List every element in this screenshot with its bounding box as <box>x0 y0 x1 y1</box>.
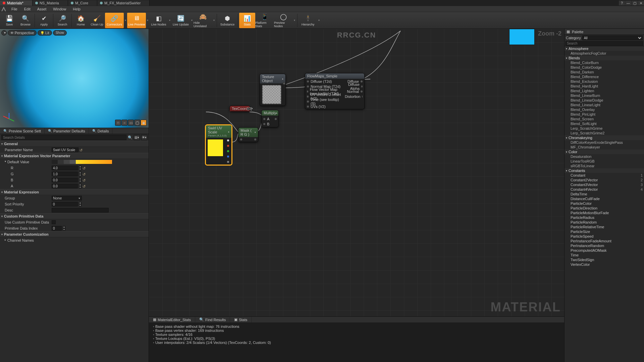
section-parameter-customization[interactable]: ▾Parameter Customization <box>0 231 149 237</box>
output-pin[interactable] <box>361 85 363 88</box>
reset-icon[interactable]: ↺ <box>83 166 86 170</box>
palette-item[interactable]: ParticleSpeed <box>565 234 644 239</box>
palette-item[interactable]: Blend_ColorDodge <box>565 65 644 70</box>
reset-icon[interactable]: ↺ <box>83 172 86 176</box>
channel-a-input[interactable] <box>52 184 78 188</box>
toolbar-stats[interactable]: 📊Stats <box>239 13 255 28</box>
palette-item[interactable]: ParticleSize <box>565 229 644 234</box>
preview-shape-button[interactable]: ▭ <box>128 120 134 126</box>
section-custom-primitive-data[interactable]: ▾Custom Primitive Data <box>0 213 149 219</box>
toolbar-live-update[interactable]: 🔄Live Update <box>171 13 190 28</box>
node-texcoord[interactable]: TexCoord[0]▾ <box>229 106 250 112</box>
viewport-perspective-button[interactable]: 👁 Perspective <box>8 30 37 36</box>
palette-item[interactable]: Constant2Vector2 <box>565 178 644 182</box>
output-pin-b[interactable] <box>227 155 229 158</box>
output-pin[interactable] <box>360 80 363 83</box>
filter-dropdown[interactable]: ▤▾ <box>134 135 140 140</box>
node-swirl-uv-scale[interactable]: Swirl UV ScaleParam (4,1,0,0)▴ <box>205 125 232 165</box>
palette-item[interactable]: PerInstanceRandom <box>565 243 644 248</box>
toolbar-live-nodes[interactable]: ◧Live Nodes <box>149 13 168 28</box>
palette-item[interactable]: DistanceCullFade <box>565 196 644 201</box>
minimize-button[interactable]: — <box>625 1 631 5</box>
toolbar-clean-up[interactable]: 🧹Clean Up <box>89 13 105 28</box>
menu-edit[interactable]: Edit <box>21 6 34 12</box>
palette-item[interactable]: Lerp_ScratchGrime2 <box>565 131 644 135</box>
document-tab[interactable]: M_FX_MaterialSwirler <box>97 0 150 6</box>
primitive-data-index-input[interactable] <box>52 226 62 231</box>
palette-item[interactable]: Blend_Overlay <box>565 107 644 112</box>
palette-item[interactable]: Blend_Lighten <box>565 88 644 93</box>
output-pin[interactable] <box>362 95 363 98</box>
details-tab[interactable]: 🔍Preview Scene Sett <box>0 128 45 134</box>
toolbar-hide-unrelated[interactable]: 🙈Hide Unrelated <box>194 13 212 28</box>
palette-item[interactable]: sRGBToLinear <box>565 164 644 168</box>
palette-item[interactable]: Time <box>565 253 644 257</box>
toolbar-live-nodes-dropdown[interactable]: ▾ <box>168 13 171 28</box>
menu-file[interactable]: File <box>8 6 21 12</box>
palette-item[interactable]: Desaturation <box>565 154 644 159</box>
close-button[interactable]: ✕ <box>638 1 644 5</box>
palette-item[interactable]: Lerp_ScratchGrime <box>565 126 644 131</box>
use-custom-primitive-checkbox[interactable] <box>52 220 56 224</box>
palette-item[interactable]: Blend_Exclusion <box>565 79 644 84</box>
output-pin-a[interactable] <box>227 161 229 163</box>
toolbar-search[interactable]: 🔎Search <box>54 13 70 28</box>
palette-category-select[interactable]: All <box>582 36 643 40</box>
preview-shape-button[interactable]: ○ <box>121 120 127 126</box>
palette-item[interactable]: AtmosphericFogColor <box>565 51 644 56</box>
output-pin[interactable] <box>360 90 363 93</box>
menu-help[interactable]: Help <box>69 6 84 12</box>
palette-item[interactable]: Blend_HardLight <box>565 84 644 88</box>
document-tab[interactable]: Materials* <box>0 0 33 6</box>
palette-item[interactable]: Blend_LinearLight <box>565 103 644 107</box>
stats-tab[interactable]: ▣Stats <box>230 317 252 322</box>
toolbar-preview-nodes[interactable]: ◯Preview Nodes <box>274 13 293 28</box>
toolbar-live-update-dropdown[interactable]: ▾ <box>190 13 194 28</box>
input-pin[interactable] <box>307 85 309 88</box>
channel-r-input[interactable] <box>52 166 78 170</box>
palette-item[interactable]: TwoSidedSign <box>565 257 644 262</box>
toolbar-hierarchy-dropdown[interactable]: ▾ <box>317 13 321 28</box>
document-tab[interactable]: M_Core <box>68 0 97 6</box>
palette-item[interactable]: VertexColor <box>565 262 644 267</box>
palette-item[interactable]: Blend_Darken <box>565 70 644 74</box>
output-pin-rgba[interactable] <box>227 139 229 142</box>
document-tab[interactable]: NS_Materia <box>33 0 68 6</box>
toolbar-save[interactable]: 💾Save <box>1 13 17 28</box>
help-icon[interactable]: ? <box>619 1 625 5</box>
visibility-toggle[interactable]: 👁▾ <box>141 135 147 140</box>
palette-item[interactable]: DiffColorKeyerErodeSinglePass <box>565 140 644 145</box>
palette-item[interactable]: Constant3Vector3 <box>565 182 644 187</box>
output-pin-g[interactable] <box>227 150 229 153</box>
material-graph[interactable]: RRCG.CN Zoom -2 MATERIAL Texture Object▴ <box>149 29 564 316</box>
reset-icon[interactable]: ↺ <box>79 148 83 152</box>
toolbar-preview-nodes-dropdown[interactable]: ▾ <box>293 13 296 28</box>
palette-item[interactable]: ParticleDirection <box>565 206 644 210</box>
desc-input[interactable] <box>52 208 109 213</box>
input-pin[interactable] <box>307 90 309 93</box>
palette-item[interactable]: ParticleRelativeTime <box>565 225 644 229</box>
palette-item[interactable]: Blend_Screen <box>565 117 644 121</box>
output-pin-r[interactable] <box>227 144 229 147</box>
toolbar-substance[interactable]: ⬢Substance <box>218 13 237 28</box>
channel-b-input[interactable] <box>52 178 78 182</box>
palette-item[interactable]: MF_Chromakeyer <box>565 145 644 149</box>
palette-group[interactable]: ▾Chromakeying <box>565 135 644 140</box>
palette-group[interactable]: ▾Color <box>565 149 644 154</box>
sort-priority-input[interactable] <box>52 202 78 206</box>
reset-icon[interactable]: ↺ <box>83 184 86 188</box>
channel-g-input[interactable] <box>52 172 78 176</box>
toolbar-browse[interactable]: 🔍Browse <box>17 13 34 28</box>
details-search-input[interactable] <box>1 135 126 140</box>
toolbar-hide-unrelated-dropdown[interactable]: ▾ <box>212 13 216 28</box>
toolbar-hierarchy[interactable]: 🕴Hierarchy <box>299 13 317 28</box>
input-pin[interactable] <box>307 100 309 103</box>
palette-item[interactable]: PrecomputedAOMask <box>565 248 644 253</box>
palette-item[interactable]: Blend_ColorBurn <box>565 60 644 65</box>
viewport-lit-button[interactable]: 💡 Lit <box>38 30 52 36</box>
preview-shape-button[interactable]: ◉ <box>141 120 147 126</box>
input-pin[interactable] <box>307 95 309 98</box>
toolbar-connectors-dropdown[interactable]: ▾ <box>124 13 127 28</box>
section-mevp[interactable]: ▾Material Expression Vector Parameter <box>0 153 149 159</box>
palette-item[interactable]: Blend_Difference <box>565 74 644 79</box>
